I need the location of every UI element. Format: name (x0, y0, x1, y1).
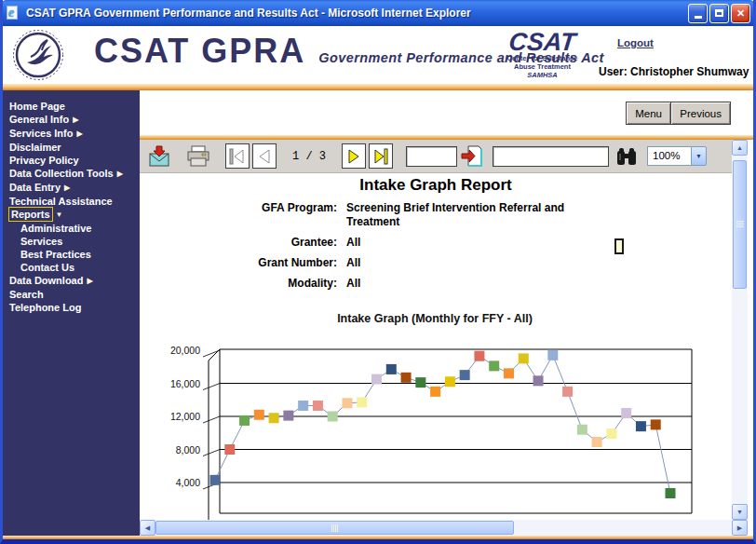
svg-text:4,000: 4,000 (176, 477, 200, 488)
footer-divider-bar (3, 536, 753, 539)
last-page-button[interactable] (369, 143, 393, 169)
report-toolbar: 1 / 3 (140, 140, 732, 173)
sidebar-item-label: Disclaimer (9, 141, 61, 154)
placeholder-glyph-box (614, 238, 624, 254)
field-label: Modality: (140, 277, 337, 291)
page-actions: Menu Previous (140, 90, 753, 135)
zoom-select[interactable]: 100% ▼ (647, 146, 707, 166)
logout-link[interactable]: Logout (617, 37, 654, 48)
horizontal-scrollbar[interactable]: ◀ ▶ (140, 520, 748, 536)
sidebar-item-data-download[interactable]: Data Download▶ (3, 274, 140, 288)
scrollbar-grip (331, 524, 339, 532)
field-label: Grant Number: (140, 256, 337, 270)
previous-page-button[interactable] (252, 143, 277, 169)
svg-text:16,000: 16,000 (170, 378, 200, 389)
svg-text:20,000: 20,000 (170, 345, 200, 356)
field-value: Screening Brief Intervention Referral an… (346, 201, 601, 229)
next-page-button[interactable] (342, 143, 366, 169)
print-icon[interactable] (186, 145, 210, 168)
sidebar-item-data-entry[interactable]: Data Entry▶ (3, 181, 140, 195)
field-label: Grantee: (140, 236, 337, 250)
vertical-scrollbar[interactable]: ▲ ▼ (732, 140, 748, 520)
report-field-row: Grantee: All (140, 236, 624, 250)
intake-line-chart: Intake Graph (Monthly for FFY - All)20,0… (146, 309, 723, 520)
csat-samhsa-logo: CSAT Center for Substance Abuse Treatmen… (503, 30, 582, 79)
goto-page-input[interactable] (406, 146, 457, 167)
sidebar-item-reports[interactable]: Reports▼ (3, 208, 140, 222)
sidebar-item-technical-assistance[interactable]: Technical Assistance (3, 195, 140, 208)
horizontal-scrollbar-thumb[interactable] (155, 521, 514, 535)
sidebar-item-services[interactable]: Services (3, 235, 140, 248)
sidebar-item-general-info[interactable]: General Info▶ (3, 113, 140, 127)
export-icon[interactable] (147, 145, 171, 168)
report-field-row: GFA Program: Screening Brief Interventio… (140, 201, 624, 229)
window-title: CSAT GPRA Government Performance and Res… (26, 7, 688, 20)
page-indicator: 1 / 3 (277, 150, 342, 163)
sidebar-item-label: Data Download (9, 274, 83, 287)
report-viewport: Intake Graph Report GFA Program: Screeni… (140, 173, 732, 520)
sidebar-item-best-practices[interactable]: Best Practices (3, 248, 140, 261)
sidebar-item-label: Administrative (20, 222, 91, 235)
sidebar-menu: Home PageGeneral Info▶Services Info▶Disc… (3, 90, 140, 536)
hhs-eagle-logo (12, 29, 64, 81)
content-area: Menu Previous (140, 90, 753, 536)
sidebar-item-label: Telephone Log (9, 301, 81, 314)
search-text-input[interactable] (493, 146, 609, 167)
sidebar-item-label: Privacy Policy (9, 154, 79, 167)
sidebar-item-label: Data Collection Tools (9, 167, 114, 180)
sidebar-item-label: Services (20, 235, 62, 248)
sidebar-item-label: General Info (9, 113, 69, 126)
field-label: GFA Program: (140, 201, 337, 229)
report-field-row: Grant Number: All (140, 256, 624, 270)
sidebar-item-label: Best Practices (20, 248, 91, 261)
find-binoculars-icon[interactable] (615, 146, 638, 167)
svg-text:8,000: 8,000 (176, 444, 200, 456)
close-button[interactable]: ✕ (731, 4, 750, 23)
sidebar-item-label: Services Info (9, 127, 73, 140)
sidebar-item-label: Contact Us (20, 261, 74, 274)
chevron-right-icon: ▶ (76, 129, 82, 138)
minimize-icon (695, 16, 702, 19)
sidebar-item-telephone-log[interactable]: Telephone Log (3, 301, 140, 314)
current-user-label: User: Christopher Shumway (599, 65, 753, 78)
scroll-up-icon[interactable]: ▲ (732, 140, 748, 156)
maximize-icon (715, 9, 723, 17)
vertical-scrollbar-thumb[interactable] (733, 160, 747, 289)
maximize-button[interactable] (709, 4, 729, 23)
chevron-right-icon: ▶ (73, 116, 78, 124)
sidebar-item-disclaimer[interactable]: Disclaimer (3, 141, 140, 154)
svg-text:12,000: 12,000 (170, 411, 200, 422)
scroll-down-icon[interactable]: ▼ (732, 504, 748, 520)
samhsa-logo-text: SAMHSA (503, 71, 582, 79)
field-value: All (346, 277, 360, 291)
sidebar-item-label: Technical Assistance (9, 195, 113, 208)
header-divider-bar (3, 84, 753, 90)
sidebar-item-home-page[interactable]: Home Page (3, 100, 140, 113)
chevron-down-icon: ▼ (56, 211, 63, 219)
sidebar-item-services-info[interactable]: Services Info▶ (3, 127, 140, 141)
scroll-right-icon[interactable]: ▶ (732, 520, 748, 536)
svg-text:Intake Graph (Monthly for FFY: Intake Graph (Monthly for FFY - All) (337, 312, 533, 325)
menu-button[interactable]: Menu (626, 102, 671, 125)
field-value: All (346, 236, 360, 250)
sidebar-item-contact-us[interactable]: Contact Us (3, 261, 140, 274)
first-page-button[interactable] (225, 143, 250, 169)
report-field-row: Modality: All (140, 277, 624, 291)
sidebar-item-label: Data Entry (9, 181, 61, 194)
sidebar-item-privacy-policy[interactable]: Privacy Policy (3, 154, 140, 167)
brand-title: CSAT GPRA (94, 32, 305, 72)
sidebar-item-data-collection-tools[interactable]: Data Collection Tools▶ (3, 167, 140, 181)
scroll-left-icon[interactable]: ◀ (140, 520, 155, 536)
csat-logo-line: Abuse Treatment (503, 62, 582, 71)
minimize-button[interactable] (688, 4, 708, 23)
sidebar-item-label: Home Page (9, 100, 65, 113)
goto-page-icon[interactable] (461, 145, 483, 168)
chevron-down-icon[interactable]: ▼ (691, 146, 707, 166)
internet-explorer-icon: e (6, 6, 21, 21)
sidebar-item-search[interactable]: Search (3, 288, 140, 301)
previous-button[interactable]: Previous (670, 102, 731, 125)
sidebar-item-administrative[interactable]: Administrative (3, 222, 140, 235)
scrollbar-grip (736, 221, 744, 228)
sidebar-item-label: Reports (9, 208, 52, 221)
field-value: All (346, 256, 360, 270)
